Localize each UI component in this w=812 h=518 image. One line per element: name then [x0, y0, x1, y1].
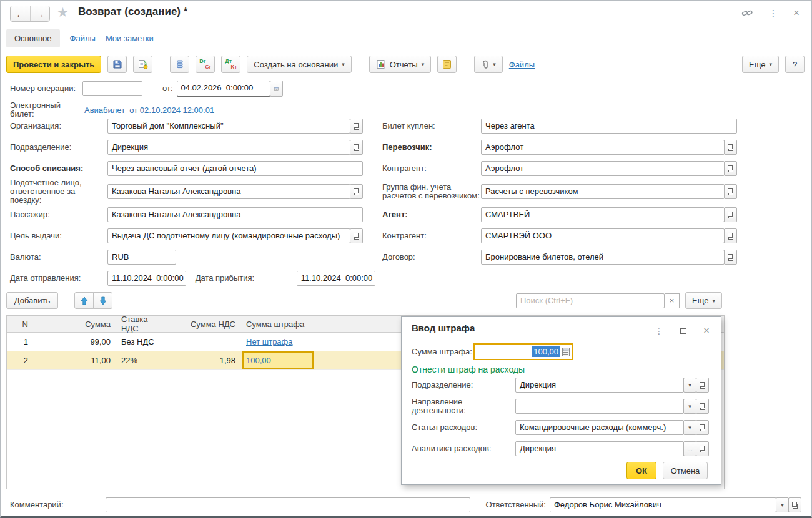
operation-number-field[interactable]	[82, 81, 142, 96]
table-more-button[interactable]: Еще	[685, 292, 722, 309]
dialog-activity-open-button[interactable]	[696, 399, 709, 414]
search-input[interactable]	[516, 293, 665, 308]
tab-main[interactable]: Основное	[6, 29, 60, 47]
dt-kt-button[interactable]: Дт Кт	[221, 56, 240, 73]
note-button[interactable]	[437, 56, 457, 73]
col-header-vat-sum[interactable]: Сумма НДС	[167, 316, 242, 332]
contract-open-button[interactable]	[724, 250, 737, 265]
carrier-field[interactable]: Аэрофлот	[481, 140, 725, 155]
post-and-close-button[interactable]: Провести и закрыть	[6, 56, 101, 73]
fin-group-field[interactable]: Расчеты с перевозчиком	[481, 184, 725, 199]
document-date-field[interactable]: 04.02.2026 0:00:00	[177, 81, 270, 97]
penalty-amount-link[interactable]: 100,00	[246, 356, 271, 365]
reports-button[interactable]: Отчеты	[369, 56, 431, 73]
dialog-activity-field[interactable]	[515, 399, 684, 414]
dialog-expense-item-open-button[interactable]	[696, 420, 709, 435]
dialog-division-open-button[interactable]	[696, 378, 709, 393]
more-dots-icon[interactable]	[655, 326, 663, 336]
close-icon[interactable]	[793, 7, 800, 19]
col-header-n[interactable]: N	[7, 316, 36, 332]
division-field[interactable]: Дирекция	[107, 140, 350, 155]
cell-vat-sum[interactable]	[167, 333, 242, 351]
cell-vat-rate[interactable]: 22%	[117, 351, 167, 369]
help-button[interactable]: ?	[785, 56, 805, 73]
accountable-person-open-button[interactable]	[350, 184, 363, 199]
attach-button[interactable]	[474, 56, 503, 73]
dialog-activity-dropdown-button[interactable]	[683, 399, 696, 414]
currency-field[interactable]: RUB	[107, 250, 176, 265]
no-penalty-link[interactable]: Нет штрафа	[246, 337, 293, 346]
comment-field[interactable]	[106, 497, 470, 512]
close-icon[interactable]	[703, 325, 710, 337]
agent-contractor-field[interactable]: СМАРТВЭЙ ООО	[481, 228, 725, 243]
passenger-field[interactable]: Казакова Наталья Александровна	[107, 207, 363, 222]
issue-purpose-open-button[interactable]	[350, 228, 363, 243]
link-chain-icon[interactable]	[741, 9, 753, 17]
cell-vat-rate[interactable]: Без НДС	[117, 333, 167, 351]
forward-button[interactable]	[30, 6, 49, 21]
writeoff-method-label: Способ списания:	[10, 164, 107, 173]
register-button[interactable]	[170, 56, 189, 73]
cell-sum[interactable]: 11,00	[36, 351, 117, 369]
dialog-division-dropdown-button[interactable]	[683, 378, 696, 393]
responsible-dropdown-button[interactable]	[776, 497, 789, 512]
create-on-basis-button[interactable]: Создать на основании	[247, 56, 351, 73]
add-row-button[interactable]: Добавить	[6, 292, 58, 309]
move-down-button[interactable]	[93, 292, 112, 309]
files-link[interactable]: Файлы	[509, 60, 535, 69]
ticket-bought-field[interactable]: Через агента	[481, 119, 737, 134]
post-document-button[interactable]	[133, 56, 152, 73]
calculator-icon[interactable]	[562, 348, 570, 356]
cell-n[interactable]: 2	[7, 351, 36, 369]
more-button[interactable]: Еще	[742, 56, 779, 73]
cell-sum[interactable]: 99,00	[36, 333, 117, 351]
division-open-button[interactable]	[350, 140, 363, 155]
organization-open-button[interactable]	[350, 119, 363, 134]
dialog-expense-item-field[interactable]: Командировочные расходы (коммерч.)	[515, 420, 684, 435]
penalty-amount-input[interactable]: 100,00	[473, 343, 573, 360]
col-header-sum[interactable]: Сумма	[36, 316, 117, 332]
cancel-button[interactable]: Отмена	[663, 462, 708, 479]
cell-n[interactable]: 1	[7, 333, 36, 351]
more-dots-icon[interactable]	[769, 8, 778, 18]
dialog-analytics-open-button[interactable]	[696, 441, 709, 456]
carrier-contractor-open-button[interactable]	[724, 161, 737, 176]
contract-field[interactable]: Бронирование билетов, отелей	[481, 250, 725, 265]
fin-group-open-button[interactable]	[724, 184, 737, 199]
calendar-button[interactable]	[270, 81, 283, 97]
dialog-division-field[interactable]: Дирекция	[515, 378, 684, 393]
col-header-vat-rate[interactable]: Ставка НДС	[117, 316, 167, 332]
carrier-open-button[interactable]	[724, 140, 737, 155]
back-button[interactable]	[11, 6, 30, 21]
dialog-analytics-field[interactable]: Дирекция	[515, 441, 684, 456]
organization-field[interactable]: Торговый дом "Комплексный"	[107, 119, 350, 134]
agent-open-button[interactable]	[724, 207, 737, 222]
fin-group-row: Группа фин. учета расчетов с перевозчико…	[382, 182, 745, 201]
eticket-link[interactable]: Авиабилет от 02.10.2024 12:00:01	[84, 105, 214, 115]
tab-notes[interactable]: Мои заметки	[106, 34, 154, 43]
maximize-icon[interactable]	[680, 328, 686, 334]
favorite-icon[interactable]	[57, 5, 69, 20]
writeoff-method-field[interactable]: Через авансовый отчет (датой отчета)	[107, 161, 363, 176]
agent-field[interactable]: СМАРТВЕЙ	[481, 207, 725, 222]
cell-penalty-active: 100,00	[242, 351, 314, 369]
carrier-contractor-field[interactable]: Аэрофлот	[481, 161, 725, 176]
ok-button[interactable]: ОК	[626, 462, 656, 479]
responsible-field[interactable]: Федоров Борис Михайлович	[550, 497, 776, 512]
accountable-person-field[interactable]: Казакова Наталья Александровна	[107, 184, 350, 199]
dr-cr-button[interactable]: Dr Cr	[196, 56, 215, 73]
dialog-analytics-ellipsis-button[interactable]: ...	[683, 441, 696, 456]
agent-contractor-open-button[interactable]	[724, 228, 737, 243]
issue-purpose-field[interactable]: Выдача ДС подотчетному лицу (командирово…	[107, 228, 350, 243]
tab-files[interactable]: Файлы	[70, 34, 96, 43]
back-icon	[16, 9, 25, 19]
save-button[interactable]	[107, 56, 127, 73]
responsible-open-button[interactable]	[788, 497, 801, 512]
cell-vat-sum[interactable]: 1,98	[167, 351, 242, 369]
col-header-penalty[interactable]: Сумма штрафа	[242, 316, 314, 332]
arrival-date-field[interactable]: 11.10.2024 0:00:00	[297, 271, 375, 286]
clear-search-button[interactable]	[665, 293, 680, 308]
dialog-expense-item-dropdown-button[interactable]	[683, 420, 696, 435]
departure-date-field[interactable]: 11.10.2024 0:00:00	[107, 271, 186, 286]
move-up-button[interactable]	[74, 292, 94, 309]
